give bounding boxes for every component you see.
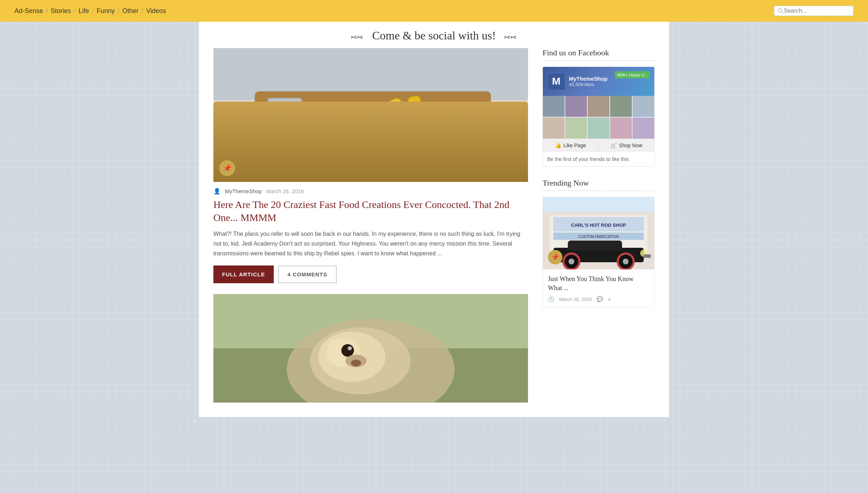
fb-friends-text: Be the first of your friends to like thi… [543,152,654,166]
nav-link-videos[interactable]: Videos [146,7,166,15]
nav-link-funny[interactable]: Funny [97,7,115,15]
facebook-widget: M MyThemeShop 45,509 likes 400k+ Happy U… [542,67,655,167]
article-image: 📌 [213,48,528,182]
svg-text:CUSTOM FABRICATION: CUSTOM FABRICATION [578,235,619,239]
article-title[interactable]: Here Are The 20 Craziest Fast Food Creat… [213,198,528,225]
article-author: MyThemeShop [225,188,262,194]
article-pin-badge: 📌 [219,160,235,176]
svg-point-11 [383,126,438,167]
svg-point-14 [323,159,348,176]
svg-rect-50 [568,241,622,251]
svg-point-16 [377,157,402,174]
svg-point-54 [623,259,629,264]
main-column: 📌 👤 MyThemeShop March 26, 2016 Here Are … [213,48,528,403]
chevron-right-icon: ⟖⟖ [505,30,517,42]
second-article-image [213,294,528,403]
article-excerpt: What?! The plans you refer to will soon … [213,229,528,259]
facebook-section-title: Find us on Facebook [542,48,655,58]
svg-point-7 [282,130,337,172]
svg-point-30 [289,107,297,115]
fb-avatar-7 [565,118,587,139]
nav-sep-2: / [74,7,76,15]
fb-avatar-4 [610,96,632,117]
nav-sep-1: / [46,7,48,15]
food-svg [213,48,528,182]
fb-avatar-8 [588,118,609,139]
site-wrapper: ⟖⟖ Come & be social with us! ⟖⟖ [199,22,669,417]
svg-point-20 [335,123,377,140]
nav-sep-5: / [141,7,143,15]
author-icon: 👤 [213,188,221,195]
animal-svg [213,294,528,403]
svg-point-29 [282,102,291,111]
svg-point-28 [273,104,284,114]
fb-avatar-5 [633,96,654,117]
svg-point-13 [308,149,362,182]
svg-rect-56 [644,254,651,258]
search-icon [778,8,784,14]
fb-avatar-10 [633,118,654,139]
svg-marker-26 [365,111,373,119]
trending-clock-icon: 🕐 [548,296,554,302]
trending-info: Just When You Think You Know What ... 🕐 … [543,269,654,307]
facebook-divider [542,60,655,61]
fb-avatar-1 [543,96,565,117]
svg-marker-24 [310,113,318,121]
trending-section-title: Trending Now [542,178,655,188]
full-article-button[interactable]: FULL ARTICLE [213,265,274,283]
fb-badge: 400k+ Happy U... [615,71,650,78]
fb-thumbs-icon: 👍 [555,143,561,148]
fb-shop-label: Shop Now [619,143,642,148]
trending-section: Trending Now CARL'S HOT [542,178,655,307]
trending-comment-count: 4 [608,297,610,302]
svg-point-9 [333,123,388,165]
fb-avatar-3 [588,96,609,117]
svg-point-8 [297,141,323,160]
nav-link-other[interactable]: Other [122,7,139,15]
content-area: 📌 👤 MyThemeShop March 26, 2016 Here Are … [199,48,669,417]
svg-point-21 [291,132,320,144]
fb-likes-count: 45,509 likes [569,82,611,87]
article-date: March 26, 2016 [266,188,304,194]
nav-link-stories[interactable]: Stories [51,7,71,15]
fb-header: M MyThemeShop 45,509 likes 400k+ Happy U… [543,67,654,96]
social-header-text: Come & be social with us! [372,29,496,42]
comments-button[interactable]: 4 COMMENTS [278,265,337,283]
trending-card: CARL'S HOT ROD SHOP CUSTOM FABRICATION [542,197,655,307]
fb-avatar-9 [610,118,632,139]
svg-rect-17 [388,97,412,137]
fb-avatar-6 [543,118,565,139]
svg-point-22 [350,128,379,140]
svg-point-52 [569,259,574,264]
svg-point-0 [779,9,782,12]
svg-text:CARL'S HOT ROD SHOP: CARL'S HOT ROD SHOP [571,222,626,228]
svg-point-19 [276,128,318,144]
search-input[interactable] [784,8,850,14]
sidebar: Find us on Facebook M MyThemeShop 45,509… [542,48,655,403]
fb-like-button[interactable]: 👍 Like Page [543,139,599,152]
fb-shop-button[interactable]: 🛒 Shop Now [599,139,655,152]
svg-point-38 [341,344,354,357]
nav-sep-3: / [92,7,94,15]
svg-point-10 [348,135,373,154]
trending-pin-badge: 📌 [548,250,562,264]
fb-avatars-grid [543,96,654,139]
svg-rect-4 [213,100,528,182]
nav-link-life[interactable]: Life [78,7,89,15]
fb-avatar-2 [565,96,587,117]
svg-point-12 [398,137,423,156]
article-buttons: FULL ARTICLE 4 COMMENTS [213,265,528,283]
trending-divider [542,191,655,191]
fb-cart-icon: 🛒 [610,143,617,148]
article-meta: 👤 MyThemeShop March 26, 2016 [213,188,528,195]
nav-link-adsense[interactable]: Ad-Sense [14,7,43,15]
nav-links: Ad-Sense / Stories / Life / Funny / Othe… [14,7,166,15]
trending-title[interactable]: Just When You Think You Know What ... [548,275,649,293]
nav-search-box [774,6,854,16]
fb-actions: 👍 Like Page 🛒 Shop Now [543,139,654,152]
nav-bar: Ad-Sense / Stories / Life / Funny / Othe… [0,0,868,22]
svg-point-39 [348,347,352,351]
fb-like-label: Like Page [563,143,586,148]
trending-comment-icon: 💬 [597,296,603,302]
fb-logo: M [547,72,565,90]
